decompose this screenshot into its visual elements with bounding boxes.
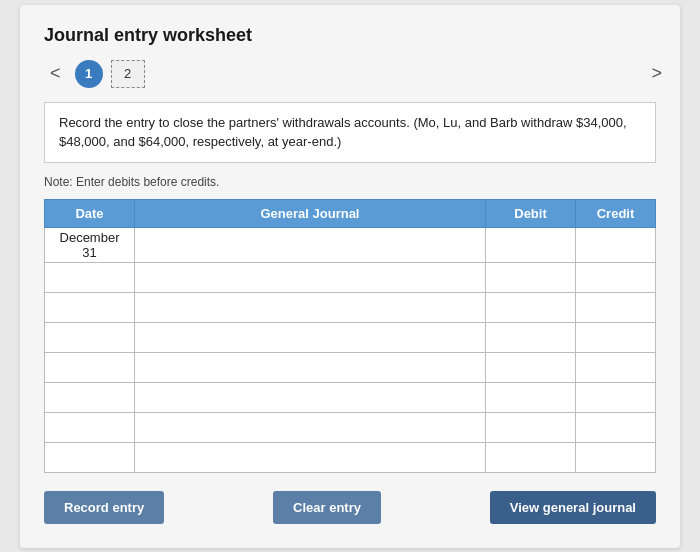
table-row bbox=[45, 292, 656, 322]
table-row: December31 bbox=[45, 227, 656, 262]
view-general-journal-button[interactable]: View general journal bbox=[490, 491, 656, 524]
credit-cell-7[interactable] bbox=[576, 412, 656, 442]
date-cell-2 bbox=[45, 262, 135, 292]
tab-2[interactable]: 2 bbox=[111, 60, 145, 88]
credit-cell-8[interactable] bbox=[576, 442, 656, 472]
debit-cell-5[interactable] bbox=[486, 352, 576, 382]
date-cell-6 bbox=[45, 382, 135, 412]
debit-cell-7[interactable] bbox=[486, 412, 576, 442]
general-journal-cell-7[interactable] bbox=[135, 412, 486, 442]
journal-table: Date General Journal Debit Credit Decemb… bbox=[44, 199, 656, 473]
date-cell-8 bbox=[45, 442, 135, 472]
date-cell-3 bbox=[45, 292, 135, 322]
col-header-general: General Journal bbox=[135, 199, 486, 227]
date-value: December31 bbox=[51, 230, 128, 260]
table-row bbox=[45, 382, 656, 412]
debit-cell-3[interactable] bbox=[486, 292, 576, 322]
next-arrow[interactable]: > bbox=[651, 63, 662, 84]
table-row bbox=[45, 262, 656, 292]
journal-card: Journal entry worksheet < 1 2 > Record t… bbox=[20, 5, 680, 548]
col-header-date: Date bbox=[45, 199, 135, 227]
instruction-text: Record the entry to close the partners' … bbox=[59, 115, 627, 150]
general-journal-cell-6[interactable] bbox=[135, 382, 486, 412]
credit-cell-4[interactable] bbox=[576, 322, 656, 352]
debit-cell-1[interactable] bbox=[486, 227, 576, 262]
debit-cell-4[interactable] bbox=[486, 322, 576, 352]
table-row bbox=[45, 412, 656, 442]
date-cell: December31 bbox=[45, 227, 135, 262]
debit-cell-2[interactable] bbox=[486, 262, 576, 292]
date-cell-5 bbox=[45, 352, 135, 382]
table-row bbox=[45, 442, 656, 472]
credit-cell-2[interactable] bbox=[576, 262, 656, 292]
tab-navigation: < 1 2 bbox=[44, 60, 656, 88]
general-journal-cell-8[interactable] bbox=[135, 442, 486, 472]
credit-cell-3[interactable] bbox=[576, 292, 656, 322]
debit-cell-6[interactable] bbox=[486, 382, 576, 412]
general-journal-cell-4[interactable] bbox=[135, 322, 486, 352]
debit-cell-8[interactable] bbox=[486, 442, 576, 472]
date-cell-7 bbox=[45, 412, 135, 442]
credit-cell-1[interactable] bbox=[576, 227, 656, 262]
col-header-credit: Credit bbox=[576, 199, 656, 227]
credit-cell-5[interactable] bbox=[576, 352, 656, 382]
record-entry-button[interactable]: Record entry bbox=[44, 491, 164, 524]
button-row: Record entry Clear entry View general jo… bbox=[44, 491, 656, 524]
table-row bbox=[45, 322, 656, 352]
credit-cell-6[interactable] bbox=[576, 382, 656, 412]
general-journal-cell-2[interactable] bbox=[135, 262, 486, 292]
clear-entry-button[interactable]: Clear entry bbox=[273, 491, 381, 524]
page-title: Journal entry worksheet bbox=[44, 25, 656, 46]
general-journal-cell-1[interactable] bbox=[135, 227, 486, 262]
date-cell-4 bbox=[45, 322, 135, 352]
note-text: Note: Enter debits before credits. bbox=[44, 175, 656, 189]
tab-1[interactable]: 1 bbox=[75, 60, 103, 88]
general-journal-cell-5[interactable] bbox=[135, 352, 486, 382]
table-row bbox=[45, 352, 656, 382]
general-journal-cell-3[interactable] bbox=[135, 292, 486, 322]
col-header-debit: Debit bbox=[486, 199, 576, 227]
instruction-box: Record the entry to close the partners' … bbox=[44, 102, 656, 163]
prev-arrow[interactable]: < bbox=[44, 61, 67, 86]
